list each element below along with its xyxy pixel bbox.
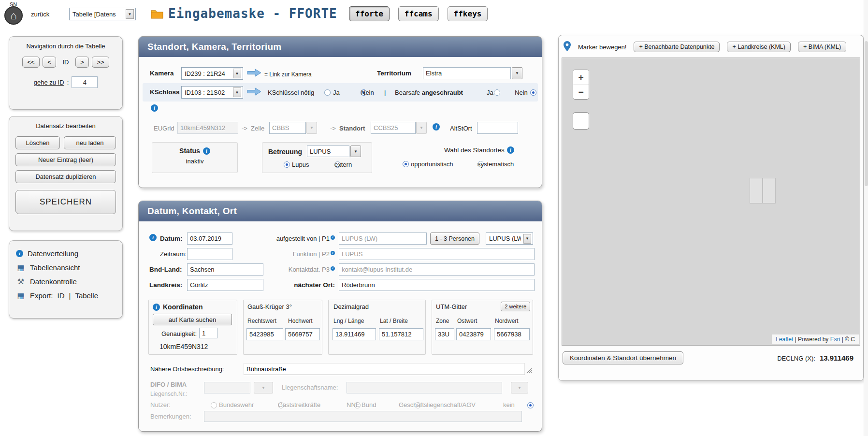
esri-link[interactable]: Esri (830, 336, 840, 343)
ostwert-input[interactable] (456, 328, 491, 340)
goto-id-input[interactable] (72, 76, 98, 88)
next-record-button[interactable]: > (75, 57, 89, 68)
apply-coordinates-button[interactable]: Koordinaten & Standort übernehmen (563, 351, 683, 364)
liegname-input (347, 382, 502, 393)
nordwert-input[interactable] (494, 328, 530, 340)
betreuung-label: Betreuung (268, 148, 302, 156)
last-record-button[interactable]: >> (92, 57, 109, 68)
radio-kschluessel-ja[interactable] (324, 89, 331, 96)
resize-grip-icon[interactable] (527, 367, 532, 375)
ort-label: nächster Ort: (255, 281, 335, 289)
altstort-input[interactable] (477, 122, 518, 134)
reload-button[interactable]: neu laden (64, 136, 116, 149)
betreuung-input[interactable] (307, 145, 349, 157)
kamera-select[interactable]: ID239 : 21R24 ▼ (181, 67, 243, 80)
p3-input[interactable] (339, 263, 535, 276)
personen-button[interactable]: 1 - 3 Personen (430, 233, 479, 245)
info-icon[interactable]: i (433, 123, 440, 131)
standort-dropdown-button[interactable]: ▼ (416, 122, 427, 134)
map-canvas[interactable]: + − Leaflet | Powered by Esri | © C (562, 58, 860, 346)
liegnr-dropdown-button: ▼ (254, 382, 273, 393)
landkreis-input[interactable] (187, 279, 263, 291)
save-button[interactable]: SPEICHERN (15, 190, 116, 214)
rechtswert-input[interactable] (246, 328, 283, 340)
zoom-in-button[interactable]: + (573, 70, 589, 85)
back-link[interactable]: zurück (31, 11, 49, 18)
kschloss-select[interactable]: ID103 : 21S02 ▼ (181, 86, 243, 99)
zoom-out-button[interactable]: − (573, 85, 589, 99)
home-button[interactable]: ⌂ (4, 6, 23, 25)
map-search-button[interactable]: auf Karte suchen (153, 314, 232, 325)
bearsafe-label: Bearsafe angeschraubt (395, 89, 463, 96)
bndland-input[interactable] (187, 263, 263, 276)
export-id-link[interactable]: ID (58, 291, 65, 300)
kschloss-select-value: ID103 : 21S02 (185, 89, 225, 96)
map-attribution: Leaflet | Powered by Esri | © C (772, 334, 859, 344)
tab-ffcams[interactable]: ffcams (398, 6, 439, 21)
hochwert-input[interactable] (285, 328, 320, 340)
info-icon[interactable]: i (507, 146, 514, 154)
scrollbar-thumb[interactable] (865, 41, 868, 186)
standort-input[interactable] (371, 122, 416, 134)
info-icon[interactable]: i (151, 104, 158, 112)
zone-input[interactable] (435, 328, 454, 340)
radio-bearsafe-nein[interactable] (530, 89, 536, 96)
info-icon[interactable]: i (149, 234, 157, 241)
new-entry-button[interactable]: Neuer Eintrag (leer) (15, 153, 116, 166)
tab-fforte[interactable]: fforte (349, 6, 390, 21)
neighbors-button[interactable]: + Benachbarte Datenpunkte (634, 42, 720, 52)
info-icon[interactable]: i (331, 266, 335, 271)
ort-input[interactable] (339, 279, 535, 291)
kamera-label: Kamera (150, 70, 174, 77)
map-extra-control-button[interactable] (573, 112, 589, 130)
radio-betreuung-lupus[interactable] (284, 161, 290, 168)
table-select[interactable]: Tabelle [Datens ▼ (69, 8, 136, 20)
radio-nutzer-bundeswehr[interactable] (211, 402, 217, 408)
nordwert-label: Nordwert (495, 318, 519, 324)
duplicate-button[interactable]: Datensatz duplizieren (15, 170, 116, 183)
p1-input[interactable] (339, 233, 427, 245)
datum-input[interactable] (187, 233, 232, 245)
betreuung-dropdown-button[interactable]: ▼ (350, 145, 361, 157)
info-icon[interactable]: i (203, 147, 210, 155)
kschloss-link-arrow-icon[interactable] (247, 87, 261, 97)
p3-label-text: Kontaktdat. P3 (289, 266, 330, 273)
territorium-dropdown-button[interactable]: ▼ (512, 67, 522, 79)
camera-link-arrow-icon[interactable] (247, 69, 261, 78)
zeitraum-input[interactable] (187, 248, 232, 260)
info-icon[interactable]: i (331, 235, 335, 240)
territorium-input[interactable] (423, 67, 511, 79)
first-record-button[interactable]: << (22, 57, 40, 68)
chevron-down-icon: ▼ (523, 234, 531, 244)
radio-wahl-opportunistisch[interactable] (403, 161, 409, 167)
p2-input[interactable] (339, 248, 535, 260)
link-tabellenansicht[interactable]: ▦ Tabellenansicht (9, 261, 122, 275)
delete-button[interactable]: Löschen (15, 136, 60, 149)
nav-panel: Navigation durch die Tabelle << < ID > >… (9, 36, 123, 110)
p1-select[interactable]: LUPUS (LW ▼ (486, 233, 533, 245)
leaflet-link[interactable]: Leaflet (776, 336, 793, 343)
edit-row: Löschen neu laden (9, 136, 122, 149)
radio-nutzer-kein[interactable] (527, 402, 534, 408)
page-title: Eingabemaske - FFORTE (168, 6, 337, 21)
info-icon[interactable]: i (153, 304, 160, 311)
ortsbeschreibung-input[interactable] (244, 363, 525, 375)
radio-nutzer-bundeswehr-label: Bundeswehr (219, 401, 254, 408)
goto-id-link[interactable]: gehe zu ID (34, 79, 64, 86)
zelle-input[interactable] (269, 122, 306, 134)
lat-input[interactable] (379, 328, 423, 340)
more-coords-button[interactable]: 2 weitere (501, 302, 530, 311)
info-icon[interactable]: i (331, 251, 335, 255)
tab-ffkeys[interactable]: ffkeys (448, 6, 488, 21)
export-table-link[interactable]: Tabelle (75, 291, 98, 300)
prev-record-button[interactable]: < (43, 57, 56, 68)
map-tile (750, 178, 763, 203)
page-scrollbar[interactable] (864, 0, 868, 436)
genauigkeit-input[interactable] (199, 328, 217, 338)
bima-kml-button[interactable]: + BIMA (KML) (798, 42, 846, 52)
link-datenkontrolle[interactable]: ⚒ Datenkontrolle (9, 275, 122, 289)
landkreise-kml-button[interactable]: + Landkreise (KML) (727, 42, 790, 52)
link-datenverteilung[interactable]: i Datenverteilung (9, 247, 122, 261)
lng-input[interactable] (333, 328, 376, 340)
zelle-dropdown-button[interactable]: ▼ (306, 122, 317, 134)
